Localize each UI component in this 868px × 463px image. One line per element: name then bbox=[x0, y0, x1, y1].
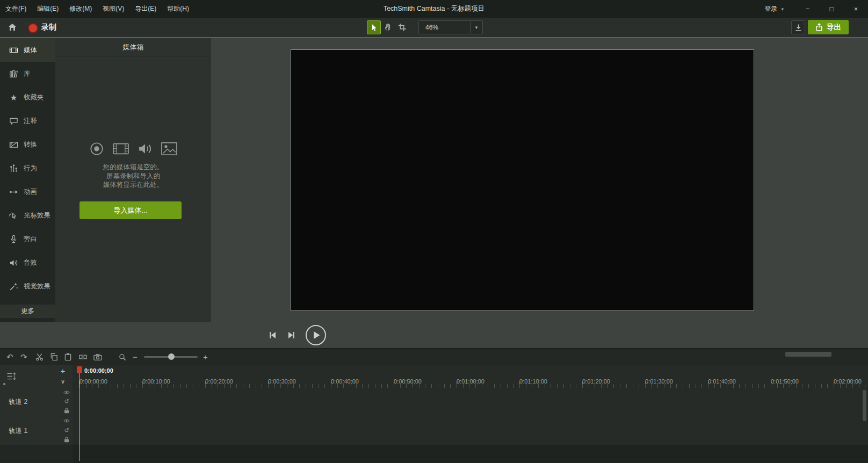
zoom-value: 46% bbox=[419, 24, 470, 31]
menubar-right: 登录 ▾ − □ × bbox=[753, 0, 868, 18]
cursor-effects-icon bbox=[9, 211, 18, 220]
camtasia-window: 文件(F) 编辑(E) 修改(M) 视图(V) 导出(E) 帮助(H) Tech… bbox=[0, 0, 868, 463]
sidebar-item-media[interactable]: 媒体 bbox=[0, 38, 55, 62]
next-frame-icon bbox=[286, 330, 297, 341]
image-icon bbox=[161, 141, 178, 156]
library-icon bbox=[9, 69, 18, 78]
menu-export[interactable]: 导出(E) bbox=[129, 0, 162, 18]
track-header-1[interactable]: 轨道 1 ↺ bbox=[0, 416, 73, 445]
zoom-in-button[interactable]: + bbox=[203, 352, 208, 362]
menu-modify[interactable]: 修改(M) bbox=[64, 0, 97, 18]
sidebar-item-behaviors[interactable]: 行为 bbox=[0, 156, 55, 180]
sidebar-item-label: 动画 bbox=[24, 187, 37, 197]
menu-file[interactable]: 文件(F) bbox=[0, 0, 32, 18]
menu-view[interactable]: 视图(V) bbox=[97, 0, 129, 18]
select-tool-button[interactable] bbox=[367, 20, 381, 34]
media-bin-panel: 媒体箱 您的媒体箱是空的。 屏幕录制和导入的 媒体将显示在此处。 导入媒体... bbox=[55, 38, 212, 322]
export-button[interactable]: 导出 bbox=[808, 20, 849, 34]
collapse-tracks-button[interactable]: ∨ bbox=[56, 376, 70, 387]
camera-icon bbox=[93, 353, 102, 361]
import-media-button[interactable]: 导入媒体... bbox=[79, 201, 182, 219]
record-circle-icon bbox=[89, 141, 104, 156]
sidebar-item-transitions[interactable]: 转换 bbox=[0, 133, 55, 156]
sidebar-item-voice-narration[interactable]: 旁白 bbox=[0, 227, 55, 251]
sidebar-item-visual-effects[interactable]: 视觉效果 bbox=[0, 274, 55, 298]
media-bin-tab[interactable]: 媒体箱 bbox=[55, 38, 211, 56]
crop-icon bbox=[398, 23, 406, 31]
timeline-zoom-button[interactable] bbox=[119, 353, 126, 361]
playhead-time-label: 0:00:00;00 bbox=[84, 367, 113, 374]
empty-line-2: 屏幕录制和导入的 bbox=[55, 172, 211, 181]
sidebar-item-label: 媒体 bbox=[24, 46, 37, 55]
track-1-lane[interactable] bbox=[73, 416, 868, 445]
sidebar-item-library[interactable]: 库 bbox=[0, 62, 55, 85]
add-track-button[interactable]: + bbox=[56, 365, 70, 376]
crop-tool-button[interactable] bbox=[395, 20, 408, 33]
sidebar-item-label: 转换 bbox=[24, 140, 37, 149]
track-controls: ↺ bbox=[63, 418, 70, 443]
caret-down-icon: ▾ bbox=[471, 25, 482, 30]
close-button[interactable]: × bbox=[844, 0, 868, 18]
caret-down-icon: ▾ bbox=[781, 6, 784, 12]
sidebar-item-label: 库 bbox=[24, 69, 31, 78]
track-header-top: + ∨ bbox=[0, 365, 73, 388]
download-button[interactable] bbox=[791, 20, 805, 34]
sidebar-item-animations[interactable]: 动画 bbox=[0, 180, 55, 204]
pan-tool-button[interactable] bbox=[381, 20, 394, 33]
track-header-2[interactable]: 轨道 2 ↺ bbox=[0, 388, 73, 416]
lock-icon[interactable] bbox=[64, 408, 69, 414]
maximize-button[interactable]: □ bbox=[820, 0, 844, 18]
track-controls: ↺ bbox=[63, 390, 70, 414]
dot-indicator bbox=[3, 383, 5, 385]
speaker-icon bbox=[138, 141, 153, 156]
track-height-adjust-button[interactable] bbox=[6, 372, 16, 380]
sidebar-item-annotations[interactable]: 注释 bbox=[0, 109, 55, 133]
track-2-lane[interactable] bbox=[73, 388, 868, 416]
track-label[interactable]: 轨道 2 bbox=[9, 397, 27, 407]
sidebar-item-favorites[interactable]: ★ 收藏夹 bbox=[0, 85, 55, 109]
filmstrip-icon bbox=[9, 46, 18, 55]
track-height-icon bbox=[6, 372, 16, 380]
eye-icon[interactable] bbox=[63, 390, 70, 395]
eye-icon[interactable] bbox=[63, 418, 70, 423]
sidebar-item-audio-effects[interactable]: 音效 bbox=[0, 251, 55, 274]
filmstrip-icon bbox=[112, 141, 129, 156]
track-label[interactable]: 轨道 1 bbox=[9, 426, 27, 435]
next-frame-button[interactable] bbox=[286, 330, 297, 341]
sidebar-more-button[interactable]: 更多 bbox=[0, 305, 55, 318]
magnifier-icon bbox=[119, 353, 126, 361]
cut-button[interactable] bbox=[35, 353, 44, 361]
ruler-minor-ticks bbox=[79, 384, 868, 388]
undo-button[interactable]: ↶ bbox=[6, 352, 13, 362]
sidebar-item-label: 光标效果 bbox=[24, 211, 50, 220]
loop-icon[interactable]: ↺ bbox=[64, 399, 69, 404]
timeline-zoom-slider-handle[interactable] bbox=[168, 353, 175, 360]
zoom-out-button[interactable]: − bbox=[133, 352, 138, 362]
timeline-ruler[interactable]: 0:00:00;00 0:00:10;00 0:00:20;00 0:00:30… bbox=[73, 365, 868, 388]
minimize-button[interactable]: − bbox=[795, 0, 820, 18]
copy-button[interactable] bbox=[50, 353, 58, 361]
playback-bar: ↺ ↻ 00:00 / 00:00 30 fps 属性 bbox=[0, 322, 868, 348]
record-icon[interactable] bbox=[28, 23, 38, 33]
paste-button[interactable] bbox=[64, 353, 72, 361]
loop-icon[interactable]: ↺ bbox=[64, 428, 69, 433]
canvas-zoom-dropdown[interactable]: 46% ▾ bbox=[418, 20, 483, 34]
sidebar-item-cursor-effects[interactable]: 光标效果 bbox=[0, 204, 55, 227]
timeline-vertical-scrollbar[interactable] bbox=[863, 390, 866, 421]
lock-icon[interactable] bbox=[64, 437, 69, 443]
home-button[interactable] bbox=[8, 23, 17, 32]
redo-button[interactable]: ↷ bbox=[20, 352, 27, 362]
play-button[interactable] bbox=[306, 325, 326, 345]
playhead-line[interactable] bbox=[79, 373, 79, 461]
split-button[interactable] bbox=[79, 353, 87, 361]
timeline-horizontal-scrollbar[interactable] bbox=[785, 352, 831, 357]
menu-help[interactable]: 帮助(H) bbox=[162, 0, 194, 18]
canvas-stage[interactable] bbox=[291, 49, 754, 311]
record-button[interactable]: 录制 bbox=[41, 23, 56, 32]
behaviors-icon bbox=[9, 164, 18, 173]
marker-camera-button[interactable] bbox=[93, 353, 102, 361]
menu-edit[interactable]: 编辑(E) bbox=[32, 0, 64, 18]
previous-frame-button[interactable] bbox=[267, 330, 278, 341]
signin-button[interactable]: 登录 ▾ bbox=[753, 0, 795, 18]
playhead-marker[interactable] bbox=[77, 366, 82, 373]
